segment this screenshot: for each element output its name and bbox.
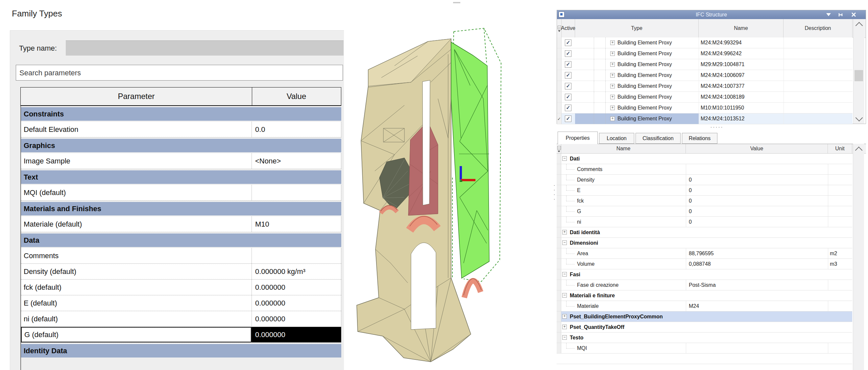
tree-row[interactable]: ✓+Building Element ProxyM24:M24:996242 xyxy=(557,48,852,59)
expand-icon[interactable]: + xyxy=(610,95,615,99)
property-group-row[interactable]: −Dati xyxy=(557,154,852,164)
parameter-value-cell[interactable]: M10 xyxy=(251,216,341,232)
property-value[interactable]: Post-Sisma xyxy=(689,280,716,290)
tree-row[interactable]: ✓+Building Element ProxyM24:M24:993294 xyxy=(557,37,852,48)
property-group-row[interactable]: −Materiali e finiture xyxy=(557,290,852,301)
parameter-name-cell[interactable]: MQI (default) xyxy=(21,185,251,200)
property-row[interactable]: MaterialeM24 xyxy=(557,301,852,311)
parameter-value-cell[interactable] xyxy=(251,248,341,264)
scroll-down-icon[interactable] xyxy=(856,114,863,122)
property-value[interactable]: M24 xyxy=(689,301,699,311)
property-row[interactable]: Density0 xyxy=(557,175,852,185)
expand-icon[interactable]: + xyxy=(610,105,615,110)
active-checkbox[interactable]: ✓ xyxy=(565,72,571,79)
ifc-structure-titlebar[interactable]: IFC Structure xyxy=(557,10,866,19)
scrollbar-thumb[interactable] xyxy=(855,70,863,81)
tree-row[interactable]: ✓+Building Element ProxyM10:M10:1011950 xyxy=(557,103,852,114)
parameter-name-cell[interactable]: Density (default) xyxy=(21,264,251,279)
tab-location[interactable]: Location xyxy=(599,133,634,144)
parameter-name-cell[interactable]: Comments xyxy=(21,248,251,264)
tree-row[interactable]: ✓✓+Building Element ProxyM24:M24:1013512 xyxy=(557,114,852,124)
property-value[interactable]: 0 xyxy=(689,185,692,195)
horizontal-splitter-grip[interactable]: ····· xyxy=(707,126,726,128)
property-row[interactable]: fck0 xyxy=(557,196,852,206)
parameter-value-cell[interactable]: 0.0 xyxy=(251,122,341,137)
parameter-name-cell[interactable]: G (default) xyxy=(21,327,251,342)
vertical-splitter-grip[interactable]: ···· xyxy=(553,183,556,206)
collapse-icon[interactable]: − xyxy=(562,293,567,298)
active-checkbox[interactable]: ✓ xyxy=(565,116,571,122)
property-row[interactable]: Comments xyxy=(557,164,852,175)
tree-row[interactable]: ✓+Building Element ProxyM24:M24:1008189 xyxy=(557,92,852,103)
collapse-icon[interactable]: − xyxy=(562,272,567,277)
parameter-value-cell[interactable]: 0.000000 xyxy=(251,295,341,311)
column-header-name[interactable]: Name xyxy=(561,144,686,153)
collapse-icon[interactable]: − xyxy=(562,335,567,340)
property-value[interactable]: 0,088748 xyxy=(689,259,711,269)
property-row[interactable]: G0 xyxy=(557,206,852,217)
active-checkbox[interactable]: ✓ xyxy=(565,104,571,111)
column-header-name[interactable]: Name xyxy=(699,19,783,37)
column-header-parameter[interactable]: Parameter xyxy=(21,88,252,105)
active-checkbox[interactable]: ✓ xyxy=(565,50,571,57)
active-checkbox[interactable]: ✓ xyxy=(565,83,571,89)
property-row[interactable]: Volume0,088748m3 xyxy=(557,259,852,269)
property-value[interactable]: 0 xyxy=(689,175,692,185)
collapse-icon[interactable]: − xyxy=(562,156,567,161)
column-header-active[interactable]: Active xyxy=(562,19,575,37)
property-group-row[interactable]: −Fasi xyxy=(557,269,852,280)
property-group-row[interactable]: +Pset_QuantityTakeOff xyxy=(557,322,852,333)
expand-icon[interactable]: + xyxy=(610,62,615,67)
property-value[interactable]: 0 xyxy=(689,217,692,227)
tree-row[interactable]: ✓+Building Element ProxyM29:M29:1004871 xyxy=(557,59,852,70)
property-value[interactable]: 88,796595 xyxy=(689,248,714,258)
window-dock-pin-icon[interactable] xyxy=(837,11,845,18)
parameter-value-cell[interactable]: 0.000000 kg/m³ xyxy=(251,264,341,279)
active-checkbox[interactable]: ✓ xyxy=(565,94,571,100)
column-header-value[interactable]: Value xyxy=(252,88,341,105)
expand-icon[interactable]: + xyxy=(610,84,615,89)
parameter-value-cell[interactable]: 0.000000 xyxy=(251,327,341,342)
property-value[interactable]: 0 xyxy=(689,206,692,216)
parameter-name-cell[interactable]: E (default) xyxy=(21,295,251,311)
tab-properties[interactable]: Properties xyxy=(558,131,598,144)
property-group-row[interactable]: +Dati identità xyxy=(557,227,852,238)
property-group-row[interactable]: −Testo xyxy=(557,333,852,343)
tab-relations[interactable]: Relations xyxy=(682,133,717,144)
expand-icon[interactable]: + xyxy=(562,325,567,329)
parameter-name-cell[interactable]: Materiale (default) xyxy=(21,216,251,232)
expand-icon[interactable]: + xyxy=(610,73,615,78)
property-group-row[interactable]: +Pset_BuildingElementProxyCommon xyxy=(557,311,852,322)
search-parameters-input[interactable]: Search parameters xyxy=(16,65,343,81)
expand-icon[interactable]: + xyxy=(610,40,615,45)
parameter-name-cell[interactable]: fck (default) xyxy=(21,280,251,295)
selected-element-face[interactable] xyxy=(451,42,489,278)
parameter-name-cell[interactable]: Image Sample xyxy=(21,153,251,169)
parameter-name-cell[interactable]: Default Elevation xyxy=(21,122,251,137)
property-row[interactable]: Fase di creazionePost-Sisma xyxy=(557,280,852,290)
tab-classification[interactable]: Classification xyxy=(636,133,681,144)
active-checkbox[interactable]: ✓ xyxy=(565,39,571,46)
parameter-value-cell[interactable]: 0.000000 xyxy=(251,311,341,327)
property-row[interactable]: ni0 xyxy=(557,217,852,227)
property-group-row[interactable]: −Dimensioni xyxy=(557,238,852,248)
column-header-description[interactable]: Description xyxy=(783,19,852,37)
expand-icon[interactable]: + xyxy=(610,51,615,56)
expand-icon[interactable]: + xyxy=(562,230,567,235)
ifc-tree-scrollbar[interactable] xyxy=(853,19,864,124)
collapse-icon[interactable]: − xyxy=(562,240,567,245)
expand-icon[interactable]: + xyxy=(562,314,567,319)
column-header-type[interactable]: Type xyxy=(575,19,699,37)
grid-corner-icon[interactable] xyxy=(557,146,561,150)
parameter-value-cell[interactable]: <None> xyxy=(251,153,341,169)
type-name-input[interactable] xyxy=(66,40,344,56)
column-header-value[interactable]: Value xyxy=(686,144,828,153)
scroll-up-icon[interactable] xyxy=(856,22,863,30)
properties-scrollbar[interactable] xyxy=(853,144,864,370)
property-row[interactable]: E0 xyxy=(557,185,852,196)
property-value[interactable]: 0 xyxy=(689,196,692,206)
parameter-value-cell[interactable]: 0.000000 xyxy=(251,280,341,295)
column-header-unit[interactable]: Unit xyxy=(828,144,852,153)
3d-model-viewport[interactable] xyxy=(355,0,559,370)
active-checkbox[interactable]: ✓ xyxy=(565,61,571,68)
